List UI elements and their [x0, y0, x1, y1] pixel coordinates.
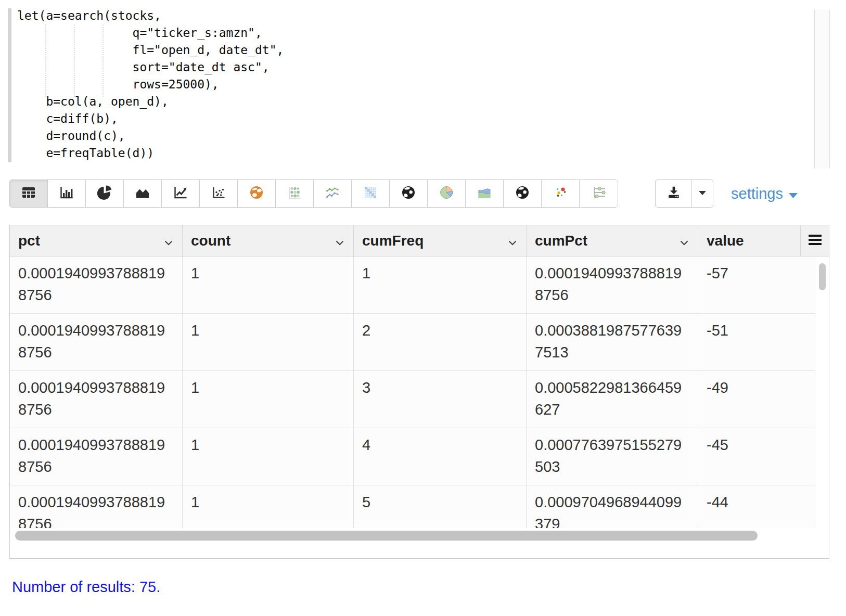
code-line: c=diff(b),	[17, 110, 284, 127]
cell-cumFreq: 2	[354, 314, 527, 370]
code-line: rows=25000),	[17, 76, 284, 93]
cell-cumPct: 0.0007763975155279503	[527, 428, 698, 485]
heatmap-icon	[362, 184, 379, 203]
pie-chart-icon	[96, 184, 113, 203]
globe-orange-icon	[248, 184, 265, 203]
column-label: count	[191, 233, 230, 249]
download-dropdown-button[interactable]	[692, 180, 713, 207]
cell-cumFreq: 4	[354, 428, 527, 485]
viz-button-area-chart[interactable]	[124, 180, 162, 207]
code-line: q="ticker_s:amzn",	[17, 24, 284, 42]
cell-count: 1	[183, 314, 354, 370]
download-icon	[666, 185, 682, 202]
horizontal-scrollbar[interactable]	[10, 528, 815, 544]
column-label: pct	[18, 233, 40, 249]
settings-label: settings	[731, 185, 783, 202]
cell-value: -57	[698, 256, 815, 313]
table-row[interactable]: 0.00019409937888198756 1 3 0.00058229813…	[10, 371, 815, 428]
download-button-group	[655, 179, 713, 208]
caret-down-icon	[783, 185, 798, 202]
indent-guide	[74, 24, 75, 97]
viz-button-heatmap[interactable]	[352, 180, 390, 207]
area-color-icon	[476, 184, 493, 203]
viz-button-line-chart[interactable]	[162, 180, 200, 207]
viz-button-pie-chart[interactable]	[86, 180, 124, 207]
pie-color-icon	[438, 184, 455, 203]
notebook-paragraph: let(a=search(stocks, q="ticker_s:amzn", …	[0, 0, 846, 616]
code-line: fl="open_d, date_dt",	[17, 42, 284, 59]
chevron-down-icon[interactable]	[508, 233, 517, 249]
column-header-value[interactable]: value	[698, 225, 801, 256]
settings-link[interactable]: settings	[731, 183, 798, 204]
indent-guide	[45, 24, 46, 97]
horizontal-scrollbar-thumb[interactable]	[15, 531, 758, 541]
vertical-scrollbar[interactable]	[815, 256, 829, 544]
table-menu-button[interactable]	[801, 225, 829, 256]
cell-pct: 0.00019409937888198756	[10, 428, 183, 485]
cell-value: -45	[698, 428, 815, 485]
viz-button-scatter-color[interactable]	[542, 180, 580, 207]
column-header-pct[interactable]: pct	[10, 225, 183, 256]
vertical-scrollbar-thumb[interactable]	[819, 263, 826, 290]
viz-button-bubble-grid[interactable]	[276, 180, 314, 207]
column-header-cumFreq[interactable]: cumFreq	[354, 225, 527, 256]
cell-pct: 0.00019409937888198756	[10, 314, 183, 370]
cell-value: -51	[698, 314, 815, 370]
cell-pct: 0.00019409937888198756	[10, 371, 183, 428]
cell-cumPct: 0.00019409937888198756	[527, 256, 698, 313]
globe-dark-icon	[400, 184, 417, 203]
download-button[interactable]	[656, 180, 692, 207]
cell-count: 1	[183, 256, 354, 313]
viz-button-bar-chart[interactable]	[48, 180, 86, 207]
code-editor[interactable]: let(a=search(stocks, q="ticker_s:amzn", …	[0, 0, 846, 172]
column-header-cumPct[interactable]: cumPct	[527, 225, 698, 256]
globe-dark-icon	[514, 184, 531, 203]
cell-count: 1	[183, 371, 354, 428]
column-label: cumFreq	[362, 233, 424, 249]
cell-cumPct: 0.0005822981366459627	[527, 371, 698, 428]
viz-button-map-globe-orange[interactable]	[238, 180, 276, 207]
cell-cumFreq: 1	[354, 256, 527, 313]
viz-button-area-chart-color[interactable]	[466, 180, 504, 207]
viz-button-scatter-plot[interactable]	[200, 180, 238, 207]
table-header-row: pct count cumFreq cumPct value	[10, 225, 829, 256]
viz-toolbar	[9, 179, 618, 208]
viz-button-table[interactable]	[10, 180, 48, 207]
line-chart-icon	[172, 184, 189, 203]
chevron-down-icon[interactable]	[336, 233, 344, 249]
chevron-down-icon[interactable]	[164, 233, 173, 249]
viz-button-multi-line-chart[interactable]	[314, 180, 352, 207]
viz-button-globe-dark-2[interactable]	[504, 180, 542, 207]
table-row[interactable]: 0.00019409937888198756 1 2 0.00038819875…	[10, 314, 815, 371]
cell-value: -49	[698, 371, 815, 428]
bar-chart-icon	[58, 184, 75, 203]
table-row[interactable]: 0.00019409937888198756 1 4 0.00077639751…	[10, 428, 815, 485]
column-label: value	[707, 233, 744, 249]
chevron-down-icon[interactable]	[680, 233, 688, 249]
bubble-grid-icon	[286, 184, 303, 203]
scatter-color-icon	[552, 184, 569, 203]
table-row[interactable]: 0.00019409937888198756 1 1 0.00019409937…	[10, 256, 815, 314]
table-body: 0.00019409937888198756 1 1 0.00019409937…	[10, 256, 829, 544]
code-line: sort="date_dt asc",	[17, 59, 284, 76]
results-count-text: Number of results: 75.	[12, 579, 160, 596]
code-line: let(a=search(stocks,	[17, 7, 284, 24]
cell-pct: 0.00019409937888198756	[10, 256, 183, 313]
sliders-icon	[590, 184, 608, 203]
viz-button-sliders[interactable]	[580, 180, 618, 207]
viz-button-globe-dark-1[interactable]	[390, 180, 428, 207]
editor-left-bar	[8, 8, 11, 162]
code-block[interactable]: let(a=search(stocks, q="ticker_s:amzn", …	[17, 7, 284, 162]
results-table: pct count cumFreq cumPct value	[9, 225, 829, 559]
scatter-plot-icon	[210, 184, 227, 203]
cell-count: 1	[183, 428, 354, 485]
cell-cumPct: 0.00038819875776397513	[527, 314, 698, 370]
code-line: b=col(a, open_d),	[17, 93, 284, 110]
editor-scrollbar[interactable]	[814, 9, 830, 169]
viz-button-pie-chart-color[interactable]	[428, 180, 466, 207]
column-header-count[interactable]: count	[183, 225, 354, 256]
indent-guide	[102, 24, 104, 97]
multi-line-chart-icon	[324, 184, 341, 203]
hamburger-menu-icon	[808, 233, 822, 249]
code-line: d=round(c),	[17, 127, 284, 145]
